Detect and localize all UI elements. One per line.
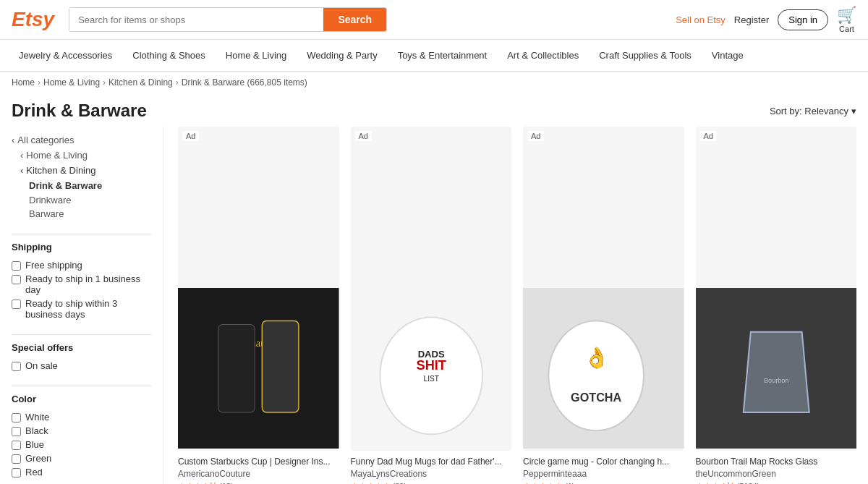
product-stars: ★★★★½(5134) (696, 481, 857, 484)
color-black-checkbox[interactable]: Black (12, 424, 151, 438)
breadcrumb-current: Drink & Barware (666,805 items) (182, 77, 307, 88)
special-offers-section: Special offers On sale (12, 342, 151, 373)
product-card[interactable]: AdDADSSHITLISTFunny Dad Mug Mugs for dad… (351, 127, 512, 484)
product-stars: ★★★★½(13) (178, 481, 339, 484)
product-shop: Pepperminteaaa (523, 469, 684, 479)
etsy-logo[interactable]: Etsy (12, 8, 54, 31)
svg-text:Bourbon: Bourbon (764, 377, 788, 384)
home-living-link[interactable]: ‹ Home & Living (12, 148, 151, 163)
header-actions: Sell on Etsy Register Sign in 🛒 Cart (676, 6, 856, 33)
shipping-section: Shipping Free shipping Ready to ship in … (12, 242, 151, 321)
kitchen-dining-link[interactable]: ‹ Kitchen & Dining (12, 163, 151, 178)
product-image-wrap: AdGOTCHA👌 (523, 127, 684, 451)
page-title-row: Drink & Barware Sort by: Relevancy ▾ (0, 93, 868, 127)
on-sale-input[interactable] (12, 362, 21, 371)
ship-1day-input[interactable] (12, 275, 21, 284)
product-image-wrap: AdChanelLVD&G (178, 127, 339, 451)
breadcrumb: Home › Home & Living › Kitchen & Dining … (0, 72, 868, 93)
breadcrumb-kitchen-dining[interactable]: Kitchen & Dining (109, 77, 173, 88)
nav-item-art---collectibles[interactable]: Art & Collectibles (497, 40, 589, 71)
special-offers-title: Special offers (12, 342, 151, 353)
shipping-title: Shipping (12, 242, 151, 252)
category-section: ‹ All categories ‹ Home & Living ‹ Kitch… (12, 132, 151, 221)
ad-badge: Ad (182, 131, 199, 141)
product-card[interactable]: AdGOTCHA👌Circle game mug - Color changin… (523, 127, 684, 484)
product-stars: ★★★★★(89) (351, 481, 512, 484)
free-shipping-checkbox[interactable]: Free shipping (12, 258, 151, 272)
breadcrumb-home[interactable]: Home (12, 77, 35, 88)
color-green-checkbox[interactable]: Green (12, 451, 151, 465)
color-blue-checkbox[interactable]: Blue (12, 438, 151, 451)
main-nav: Jewelry & AccessoriesClothing & ShoesHom… (0, 40, 868, 72)
chevron-down-icon: ▾ (851, 106, 856, 116)
color-black-input[interactable] (12, 427, 21, 436)
product-title: Funny Dad Mug Mugs for dad Father'... (351, 457, 512, 467)
svg-marker-16 (743, 331, 809, 412)
sidebar-divider-1 (12, 234, 151, 234)
product-stars: ★★★☆☆(1) (523, 481, 684, 484)
search-input[interactable] (69, 8, 323, 31)
register-link[interactable]: Register (734, 14, 769, 25)
product-title: Bourbon Trail Map Rocks Glass (696, 457, 857, 467)
sort-by-dropdown[interactable]: Sort by: Relevancy ▾ (770, 106, 856, 116)
product-grid-wrap: AdChanelLVD&GCustom Starbucks Cup | Desi… (163, 127, 856, 484)
svg-text:LIST: LIST (423, 375, 438, 383)
nav-item-wedding---party[interactable]: Wedding & Party (297, 40, 387, 71)
color-red-input[interactable] (12, 468, 21, 477)
svg-rect-4 (218, 324, 255, 412)
nav-item-craft-supplies---tools[interactable]: Craft Supplies & Tools (589, 40, 702, 71)
color-white-input[interactable] (12, 413, 21, 423)
breadcrumb-home-living[interactable]: Home & Living (43, 77, 100, 88)
drink-barware-link[interactable]: Drink & Barware (12, 178, 151, 193)
sidebar-divider-3 (12, 386, 151, 386)
product-shop: theUncommonGreen (696, 469, 857, 479)
breadcrumb-sep-2: › (103, 77, 106, 88)
free-shipping-input[interactable] (12, 261, 21, 271)
color-blue-input[interactable] (12, 441, 21, 450)
nav-item-vintage[interactable]: Vintage (702, 40, 754, 71)
svg-text:SHIT: SHIT (416, 358, 446, 373)
sell-on-etsy-link[interactable]: Sell on Etsy (676, 14, 726, 25)
svg-rect-0 (178, 288, 339, 449)
product-image-wrap: AdBourbon (696, 127, 857, 451)
ship-3days-checkbox[interactable]: Ready to ship within 3 business days (12, 297, 151, 321)
svg-rect-5 (262, 320, 299, 412)
chevron-left-icon: ‹ (12, 135, 14, 145)
nav-item-home---living[interactable]: Home & Living (216, 40, 297, 71)
cart-label: Cart (839, 25, 854, 33)
search-button[interactable]: Search (323, 8, 386, 31)
color-title: Color (12, 394, 151, 404)
color-green-input[interactable] (12, 454, 21, 464)
product-card[interactable]: AdChanelLVD&GCustom Starbucks Cup | Desi… (178, 127, 339, 484)
product-title: Custom Starbucks Cup | Designer Ins... (178, 457, 339, 467)
cart-button[interactable]: 🛒 Cart (837, 6, 856, 33)
drinkware-link[interactable]: Drinkware (12, 193, 151, 207)
product-shop: AmericanoCouture (178, 469, 339, 479)
product-card[interactable]: AdBourbonBourbon Trail Map Rocks Glassth… (696, 127, 857, 484)
page-title: Drink & Barware (12, 101, 147, 121)
color-white-checkbox[interactable]: White (12, 410, 151, 424)
chevron-left-icon-2: ‹ (20, 150, 23, 161)
main-layout: ‹ All categories ‹ Home & Living ‹ Kitch… (0, 127, 868, 484)
on-sale-checkbox[interactable]: On sale (12, 359, 151, 373)
barware-link[interactable]: Barware (12, 207, 151, 221)
product-title: Circle game mug - Color changing h... (523, 457, 684, 467)
ad-badge: Ad (700, 131, 717, 141)
sidebar: ‹ All categories ‹ Home & Living ‹ Kitch… (12, 127, 163, 484)
ship-1day-checkbox[interactable]: Ready to ship in 1 business day (12, 272, 151, 297)
search-bar: Search (69, 7, 387, 32)
color-section: Color White Black Blue Green Red + Show (12, 394, 151, 484)
sidebar-divider-2 (12, 334, 151, 335)
ship-3days-input[interactable] (12, 300, 21, 309)
color-red-checkbox[interactable]: Red (12, 465, 151, 479)
all-categories-link[interactable]: ‹ All categories (12, 132, 151, 148)
nav-item-clothing---shoes[interactable]: Clothing & Shoes (122, 40, 215, 71)
cart-icon: 🛒 (837, 6, 856, 25)
signin-button[interactable]: Sign in (778, 9, 828, 30)
product-image-wrap: AdDADSSHITLIST (351, 127, 512, 451)
ad-badge: Ad (355, 131, 372, 141)
breadcrumb-sep-1: › (38, 77, 41, 88)
nav-item-jewelry---accessories[interactable]: Jewelry & Accessories (9, 40, 122, 71)
breadcrumb-sep-3: › (176, 77, 179, 88)
nav-item-toys---entertainment[interactable]: Toys & Entertainment (388, 40, 498, 71)
